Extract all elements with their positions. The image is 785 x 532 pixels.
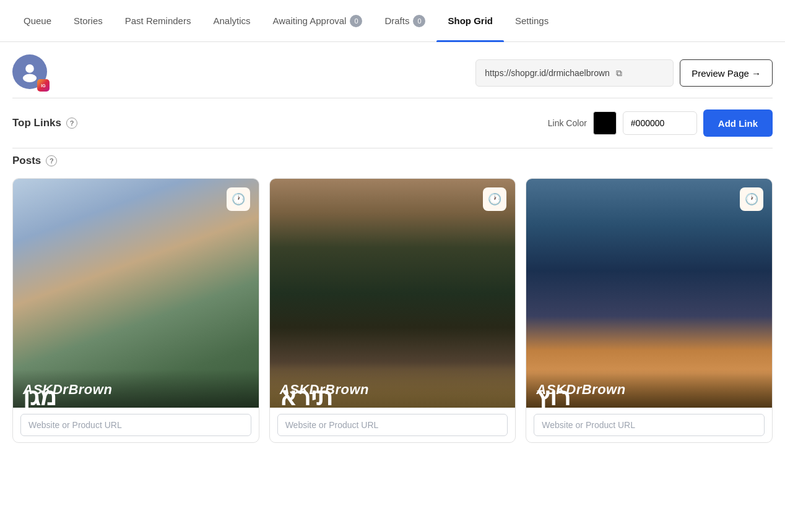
post-image-wrap-1: 🕐 תירא TERA – FEAR ASKDrBrown [270,179,516,408]
nav-item-past-reminders[interactable]: Past Reminders [114,0,202,42]
url-text: https://shopgr.id/drmichaelbrown [485,68,610,78]
copy-icon[interactable]: ⧉ [616,68,622,79]
header-area: IG https://shopgr.id/drmichaelbrown ⧉ Pr… [0,42,785,98]
post-image-wrap-2: 🕐 רוץ RUTZ – RUN ASKDrBrown [526,179,772,408]
post-url-row-0 [13,408,259,442]
instagram-badge: IG [37,79,50,92]
post-hebrew-2: רוץ RUTZ – RUN [536,384,590,408]
post-card-2: 🕐 רוץ RUTZ – RUN ASKDrBrown [526,178,773,443]
avatar: IG [12,54,50,92]
post-overlay-0: מגן MAGEN – SHIELD ASKDrBrown [13,369,259,408]
nav-item-analytics[interactable]: Analytics [202,0,261,42]
post-url-row-2 [526,408,772,442]
main-nav: QueueStoriesPast RemindersAnalyticsAwait… [0,0,785,42]
user-icon [19,61,40,82]
svg-point-1 [23,74,37,82]
link-color-label: Link Color [548,118,587,128]
posts-title: Posts ? [12,155,57,167]
posts-section: Posts ? 🕐 מגן MAGEN – SHIELD ASKDrBrown … [0,148,785,455]
post-clock-badge-1: 🕐 [483,187,506,211]
posts-grid: 🕐 מגן MAGEN – SHIELD ASKDrBrown 🕐 תירא T… [12,178,773,443]
post-overlay-1: תירא TERA – FEAR ASKDrBrown [270,369,516,408]
url-display: https://shopgr.id/drmichaelbrown ⧉ [475,59,674,87]
posts-help-icon[interactable]: ? [46,155,57,166]
color-swatch[interactable] [593,111,617,135]
post-card-0: 🕐 מגן MAGEN – SHIELD ASKDrBrown [12,178,259,443]
post-url-input-1[interactable] [277,414,508,436]
color-input[interactable] [623,111,697,135]
post-hebrew-1: תירא TERA – FEAR [280,384,338,408]
preview-page-button[interactable]: Preview Page → [680,59,773,87]
post-hebrew-0: מגן MAGEN – SHIELD [23,384,99,408]
add-link-button[interactable]: Add Link [703,109,773,137]
nav-item-stories[interactable]: Stories [63,0,114,42]
url-preview-row: https://shopgr.id/drmichaelbrown ⧉ Previ… [475,59,773,87]
svg-point-0 [25,64,34,73]
post-card-1: 🕐 תירא TERA – FEAR ASKDrBrown [269,178,516,443]
top-links-row: Top Links ? Link Color Add Link [0,98,785,148]
post-clock-badge-2: 🕐 [740,187,763,211]
post-overlay-2: רוץ RUTZ – RUN ASKDrBrown [526,369,772,408]
nav-badge-drafts: 0 [413,15,425,27]
post-url-input-0[interactable] [20,414,251,436]
post-url-row-1 [270,408,516,442]
nav-item-queue[interactable]: Queue [12,0,63,42]
nav-item-drafts[interactable]: Drafts0 [373,0,436,42]
top-links-help-icon[interactable]: ? [66,118,77,129]
posts-title-row: Posts ? [12,155,773,167]
nav-item-awaiting-approval[interactable]: Awaiting Approval0 [261,0,373,42]
nav-badge-awaiting-approval: 0 [350,15,362,27]
nav-item-shop-grid[interactable]: Shop Grid [436,0,504,42]
top-links-title: Top Links ? [12,117,77,129]
nav-item-settings[interactable]: Settings [504,0,560,42]
link-color-row: Link Color Add Link [548,109,773,137]
post-url-input-2[interactable] [534,414,765,436]
post-clock-badge-0: 🕐 [227,187,250,211]
post-image-wrap-0: 🕐 מגן MAGEN – SHIELD ASKDrBrown [13,179,259,408]
